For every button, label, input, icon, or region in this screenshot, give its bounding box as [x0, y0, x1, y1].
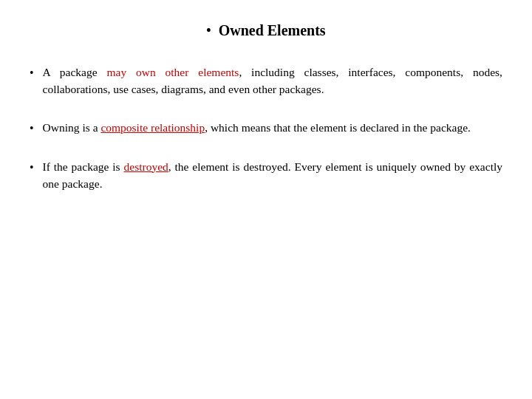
section-1-text-1: A package: [43, 66, 107, 78]
section-1-highlight-1: may own other elements: [106, 66, 239, 78]
title-row: • Owned Elements: [22, 15, 510, 41]
page-title: Owned Elements: [219, 19, 326, 41]
bullet-3: •: [30, 158, 34, 177]
title-bullet: •: [206, 21, 211, 41]
section-2-text-1: Owning is a: [43, 121, 101, 134]
bullet-1: •: [30, 64, 34, 82]
section-3-text-1: If the package is: [43, 160, 124, 173]
section-1-content: A package may own other elements, includ…: [43, 64, 502, 98]
section-1: • A package may own other elements, incl…: [22, 64, 510, 98]
section-2-text-2: , which means that the element is declar…: [205, 121, 471, 134]
section-2-content: Owning is a composite relationship, whic…: [43, 119, 502, 136]
section-3: • If the package is destroyed, the eleme…: [22, 158, 510, 193]
bullet-2: •: [30, 119, 34, 137]
section-3-content: If the package is destroyed, the element…: [43, 158, 502, 193]
section-2-highlight-1: composite relationship: [100, 121, 205, 134]
page: • Owned Elements • A package may own oth…: [0, 0, 532, 399]
section-2: • Owning is a composite relationship, wh…: [22, 119, 510, 137]
section-3-highlight-1: destroyed: [124, 160, 168, 173]
